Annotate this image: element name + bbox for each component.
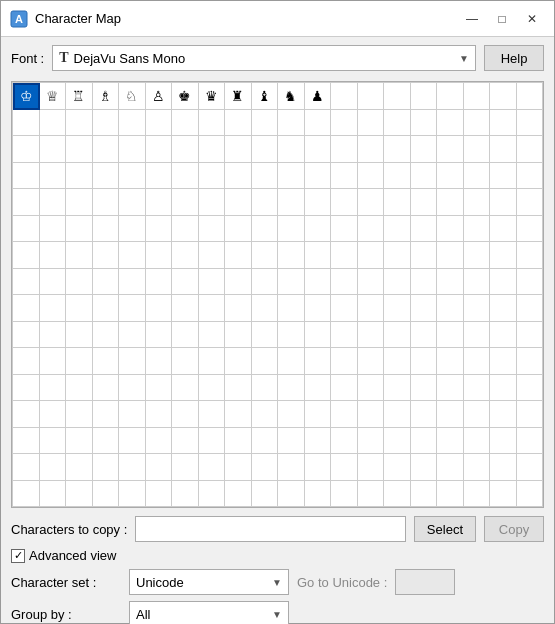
char-cell[interactable]	[517, 348, 544, 375]
char-cell[interactable]	[146, 454, 173, 481]
char-cell[interactable]	[437, 481, 464, 508]
char-cell[interactable]	[93, 401, 120, 428]
char-cell[interactable]	[119, 189, 146, 216]
char-cell[interactable]	[384, 454, 411, 481]
char-cell[interactable]	[305, 136, 332, 163]
char-cell[interactable]	[464, 454, 491, 481]
char-cell[interactable]	[331, 269, 358, 296]
char-cell[interactable]	[331, 189, 358, 216]
char-cell[interactable]: ♘	[119, 83, 146, 110]
char-cell[interactable]	[358, 375, 385, 402]
char-cell[interactable]: ♕	[40, 83, 67, 110]
char-cell[interactable]	[358, 189, 385, 216]
char-cell[interactable]	[13, 216, 40, 243]
char-cell[interactable]	[411, 401, 438, 428]
char-cell[interactable]	[358, 163, 385, 190]
char-cell[interactable]	[252, 322, 279, 349]
char-cell[interactable]	[172, 110, 199, 137]
char-cell[interactable]	[331, 322, 358, 349]
char-cell[interactable]	[358, 216, 385, 243]
char-cell[interactable]	[384, 375, 411, 402]
char-cell[interactable]	[305, 375, 332, 402]
char-cell[interactable]	[13, 295, 40, 322]
char-cell[interactable]	[252, 348, 279, 375]
char-cell[interactable]	[66, 110, 93, 137]
char-cell[interactable]	[146, 481, 173, 508]
char-cell[interactable]	[331, 242, 358, 269]
char-cell[interactable]	[517, 375, 544, 402]
advanced-view-label[interactable]: Advanced view	[29, 548, 116, 563]
select-button[interactable]: Select	[414, 516, 476, 542]
char-cell[interactable]	[384, 242, 411, 269]
char-cell[interactable]: ♗	[93, 83, 120, 110]
char-cell[interactable]	[225, 216, 252, 243]
char-cell[interactable]	[93, 242, 120, 269]
char-cell[interactable]	[13, 242, 40, 269]
char-cell[interactable]	[146, 216, 173, 243]
char-cell[interactable]	[199, 136, 226, 163]
char-cell[interactable]	[252, 481, 279, 508]
char-cell[interactable]	[13, 481, 40, 508]
char-cell[interactable]	[13, 136, 40, 163]
char-cell[interactable]	[225, 163, 252, 190]
char-cell[interactable]	[305, 295, 332, 322]
char-cell[interactable]	[331, 481, 358, 508]
char-cell[interactable]	[411, 454, 438, 481]
char-cell[interactable]	[252, 454, 279, 481]
char-cell[interactable]	[40, 242, 67, 269]
char-cell[interactable]	[119, 295, 146, 322]
char-cell[interactable]	[305, 348, 332, 375]
char-cell[interactable]	[464, 83, 491, 110]
char-cell[interactable]	[40, 375, 67, 402]
char-cell[interactable]	[93, 348, 120, 375]
char-cell[interactable]	[305, 428, 332, 455]
char-cell[interactable]	[172, 242, 199, 269]
char-cell[interactable]	[252, 242, 279, 269]
char-cell[interactable]: ♝	[252, 83, 279, 110]
char-cell[interactable]	[358, 322, 385, 349]
char-cell[interactable]	[490, 83, 517, 110]
char-cell[interactable]	[358, 269, 385, 296]
char-cell[interactable]	[411, 163, 438, 190]
char-cell[interactable]	[225, 136, 252, 163]
char-cell[interactable]	[119, 401, 146, 428]
char-cell[interactable]	[464, 110, 491, 137]
char-cell[interactable]	[437, 295, 464, 322]
char-cell[interactable]	[490, 401, 517, 428]
char-cell[interactable]	[490, 375, 517, 402]
char-cell[interactable]	[225, 242, 252, 269]
char-cell[interactable]	[464, 322, 491, 349]
char-cell[interactable]	[437, 375, 464, 402]
char-cell[interactable]	[411, 189, 438, 216]
char-cell[interactable]	[66, 375, 93, 402]
char-cell[interactable]	[490, 242, 517, 269]
char-cell[interactable]	[172, 189, 199, 216]
char-cell[interactable]	[13, 375, 40, 402]
char-cell[interactable]	[490, 163, 517, 190]
char-cell[interactable]	[517, 454, 544, 481]
char-cell[interactable]	[119, 110, 146, 137]
char-cell[interactable]	[384, 322, 411, 349]
char-cell[interactable]	[66, 216, 93, 243]
char-cell[interactable]	[93, 322, 120, 349]
char-cell[interactable]	[13, 110, 40, 137]
char-cell[interactable]	[225, 481, 252, 508]
char-cell[interactable]	[225, 375, 252, 402]
char-cell[interactable]: ♖	[66, 83, 93, 110]
char-cell[interactable]	[411, 295, 438, 322]
char-cell[interactable]	[517, 110, 544, 137]
char-cell[interactable]	[358, 401, 385, 428]
char-cell[interactable]	[66, 163, 93, 190]
char-cell[interactable]	[437, 83, 464, 110]
char-cell[interactable]	[199, 322, 226, 349]
char-cell[interactable]	[146, 242, 173, 269]
char-cell[interactable]	[384, 428, 411, 455]
char-cell[interactable]: ♚	[172, 83, 199, 110]
char-cell[interactable]	[13, 189, 40, 216]
char-cell[interactable]	[517, 401, 544, 428]
char-cell[interactable]	[305, 269, 332, 296]
char-cell[interactable]	[331, 110, 358, 137]
char-cell[interactable]	[464, 163, 491, 190]
char-cell[interactable]	[146, 136, 173, 163]
char-cell[interactable]	[411, 110, 438, 137]
